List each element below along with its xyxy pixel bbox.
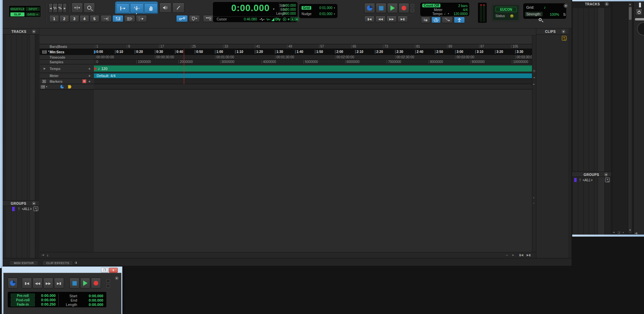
- meter-ruler[interactable]: Default: 4/4: [94, 73, 532, 79]
- bg-group-row-all[interactable]: ! <ALL> az: [572, 178, 611, 183]
- timeline-selection-marker[interactable]: [94, 50, 96, 54]
- bg-tracks-menu-button[interactable]: ▼: [604, 2, 609, 6]
- tempo-dropdown-icon[interactable]: ▼: [447, 13, 449, 15]
- count-off-value[interactable]: 2 bars: [451, 4, 468, 8]
- timebase-clock-icon[interactable]: [60, 85, 64, 88]
- close-window-button[interactable]: x: [109, 268, 118, 273]
- go-to-end-button[interactable]: ▶▮: [397, 16, 408, 22]
- tw-postroll-value[interactable]: 0:00.000: [36, 298, 56, 302]
- bg-icon-dot[interactable]: ▪: [623, 231, 624, 234]
- toolbar-search-button[interactable]: [539, 18, 543, 23]
- tw-stop-button[interactable]: [69, 278, 79, 289]
- tw-online-button[interactable]: [8, 278, 18, 289]
- ruler-label-tempo[interactable]: ▶ Tempo +: [40, 64, 94, 73]
- vertical-zoom-out-icon[interactable]: −: [533, 202, 535, 205]
- rewind-button[interactable]: ◀◀: [375, 16, 386, 22]
- snap-grid-note-icon[interactable]: ♪: [544, 5, 546, 10]
- tab-to-transient-button[interactable]: [101, 15, 112, 22]
- tempo-event-value[interactable]: 120: [101, 67, 107, 71]
- transport-window-titlebar[interactable]: ❐ x: [2, 267, 122, 273]
- tw-preroll-pill[interactable]: Pre-roll: [11, 294, 35, 298]
- bg-vertical-scrollbar[interactable]: ▲ ▼: [628, 2, 632, 234]
- zoom-preset-3-button[interactable]: 3: [69, 15, 79, 22]
- tw-fast-forward-button[interactable]: ▶▶: [43, 278, 53, 289]
- meter-event-value[interactable]: Default: 4/4: [97, 74, 115, 78]
- tw-end-value[interactable]: 0:00.000: [80, 298, 103, 302]
- tw-start-value[interactable]: 0:00.000: [80, 294, 103, 298]
- zoom-preset-2-button[interactable]: 2: [59, 15, 69, 22]
- nudge-value[interactable]: 0:01.000: [316, 12, 332, 16]
- zoom-out-button[interactable]: ◂: [49, 3, 53, 13]
- bg-group-sort-button[interactable]: az: [605, 178, 610, 182]
- tab-clip-effects[interactable]: CLIP EFFECTS: [42, 260, 73, 266]
- ruler-label-timecode[interactable]: Timecode: [40, 55, 94, 60]
- selection-end-value[interactable]: 0:00.000: [278, 8, 296, 11]
- record-button[interactable]: [398, 3, 409, 13]
- mixer-power-button[interactable]: [636, 9, 642, 15]
- ruler-label-minsecs[interactable]: ▼ Min:Secs: [40, 49, 94, 55]
- toolbar-collapse-button[interactable]: ▼: [564, 3, 568, 8]
- bg-scroll-up-arrow[interactable]: ▲: [629, 3, 631, 5]
- solo-indicator[interactable]: S: [290, 17, 294, 21]
- mute-indicator[interactable]: M: [295, 17, 299, 21]
- zoom-in-button[interactable]: ▸: [63, 3, 67, 13]
- grid-dropdown-icon[interactable]: ▼: [333, 7, 335, 9]
- fast-forward-button[interactable]: ▶▶: [386, 16, 397, 22]
- grid-value[interactable]: 0:01.000: [316, 6, 332, 10]
- grid-value-mode-badge[interactable]: Grid: [302, 6, 311, 10]
- ruler-label-bars[interactable]: Bars|Beats: [40, 44, 94, 49]
- corner-flag-icon[interactable]: [271, 18, 274, 21]
- transport-mini-toggle-1[interactable]: [411, 4, 414, 7]
- ruler-expand-icon[interactable]: ◳: [533, 70, 535, 72]
- tw-preroll-value[interactable]: 0:00.000: [36, 294, 56, 298]
- grid-display-dropdown-icon[interactable]: ▼: [46, 86, 48, 88]
- bg-icon-window[interactable]: ❏: [618, 231, 620, 234]
- mixer-bottom-icon[interactable]: ▸▮: [635, 232, 637, 235]
- restore-window-button[interactable]: ❐: [101, 268, 108, 273]
- scrubber-tool-button[interactable]: [159, 3, 171, 13]
- zoom-tool-button[interactable]: [84, 3, 95, 13]
- markers-ruler[interactable]: [94, 79, 532, 84]
- tw-go-to-end-button[interactable]: ▶▮: [54, 278, 64, 289]
- online-button[interactable]: [364, 3, 375, 13]
- mode-spot-button[interactable]: SPOT: [25, 7, 40, 11]
- group-row-all[interactable]: ! <ALL> az: [3, 206, 39, 212]
- zoom-preset-1-button[interactable]: 1: [49, 15, 59, 22]
- tempo-ruler-button[interactable]: [442, 17, 453, 23]
- tw-mini-toggle-2[interactable]: [106, 284, 110, 288]
- transport-window[interactable]: ❐ x ▮◀ ◀◀ ▶▶ ▶▮ ▼ Pre-roll Post-roll Fad…: [2, 266, 122, 314]
- tw-fadein-pill[interactable]: Fade-in: [11, 302, 35, 306]
- tw-record-button[interactable]: [91, 278, 101, 289]
- edit-selection-marker-button[interactable]: [124, 15, 135, 22]
- main-counter-value[interactable]: 0:00.000: [216, 3, 270, 16]
- selection-length-value[interactable]: 0:00.000: [278, 12, 296, 15]
- link-timeline-edit-button[interactable]: [176, 15, 188, 22]
- tag-icon[interactable]: [68, 85, 72, 89]
- mixer-slider[interactable]: [635, 18, 644, 20]
- minsecs-ruler[interactable]: 0:000:100:200:300:400:501:001:101:201:30…: [94, 49, 532, 55]
- timeline-online-icon[interactable]: [266, 18, 271, 21]
- mirrored-midi-editing-button[interactable]: [203, 15, 214, 22]
- tw-collapse-button[interactable]: ▼: [114, 276, 119, 280]
- count-off-badge[interactable]: Count Off: [422, 4, 440, 7]
- insertion-follows-playback-button[interactable]: [112, 15, 123, 22]
- tab-midi-editor[interactable]: MIDI EDITOR: [9, 260, 38, 266]
- link-track-edit-button[interactable]: [189, 15, 200, 22]
- tempo-ruler[interactable]: ♩ 120: [94, 64, 532, 73]
- strength-value[interactable]: 100%: [550, 12, 559, 16]
- bg-groups-menu-button[interactable]: ▼: [604, 172, 608, 177]
- playhead-cursor[interactable]: [184, 49, 184, 84]
- grabber-tool-button[interactable]: [144, 3, 158, 13]
- scroll-left-edge-icon[interactable]: ⇥: [42, 253, 44, 257]
- tw-play-button[interactable]: [80, 278, 90, 289]
- play-button[interactable]: [387, 3, 398, 13]
- group-sort-button[interactable]: az: [34, 206, 38, 211]
- meter-add-button[interactable]: +: [89, 74, 91, 78]
- meter-value[interactable]: 4/4: [451, 8, 468, 12]
- tw-return-to-zero-button[interactable]: ▮◀: [22, 278, 32, 289]
- marker-add-button[interactable]: +: [89, 79, 91, 83]
- scroll-down-icon[interactable]: ⇤: [533, 83, 535, 86]
- tracks-panel-menu-button[interactable]: ▼: [32, 29, 36, 34]
- go-start-icon[interactable]: ▮◀: [519, 253, 523, 257]
- mode-grid-button[interactable]: GRID▼: [25, 12, 40, 17]
